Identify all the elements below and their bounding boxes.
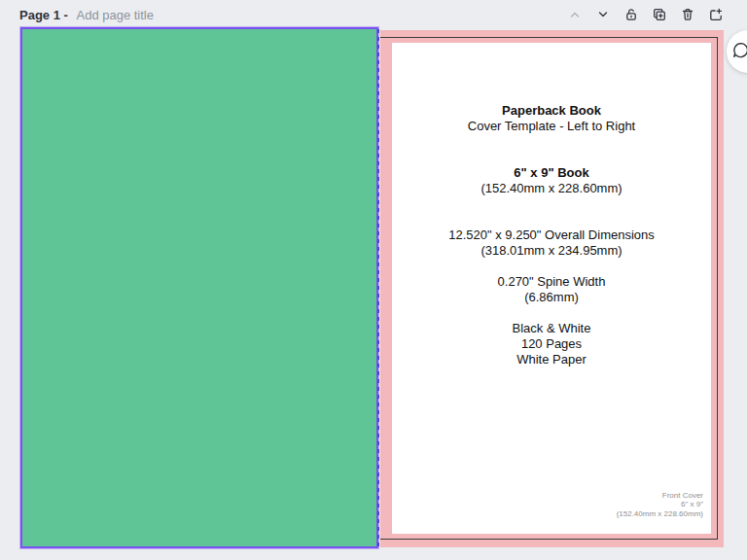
print-specs-block: Black & White 120 Pages White Paper	[392, 321, 711, 368]
lock-page-button[interactable]	[620, 4, 643, 27]
cover-text: Paperback Book Cover Template - Left to …	[392, 103, 711, 368]
cover-title-block: Paperback Book Cover Template - Left to …	[392, 103, 711, 134]
duplicate-page-button[interactable]	[648, 4, 671, 27]
chevron-up-icon	[567, 7, 583, 25]
spine-width-block: 0.270" Spine Width (6.86mm)	[392, 274, 711, 305]
page-header: Page 1 - Add page title	[19, 8, 154, 23]
delete-page-button[interactable]	[676, 4, 699, 27]
add-page-button[interactable]	[704, 4, 728, 27]
chevron-down-icon	[595, 7, 611, 25]
overall-dimensions-block: 12.520" x 9.250" Overall Dimensions (318…	[392, 228, 711, 259]
trash-icon	[680, 7, 695, 25]
green-rectangle-fill	[22, 29, 376, 546]
comment-icon	[731, 41, 747, 62]
lock-icon	[623, 7, 639, 25]
page-number-label: Page 1 -	[19, 8, 68, 22]
page-toolbar	[563, 4, 728, 27]
book-size-block: 6" x 9" Book (152.40mm x 228.60mm)	[392, 165, 711, 196]
cover-title: Paperback Book	[392, 103, 711, 119]
add-page-icon	[708, 7, 724, 25]
cover-template-image[interactable]: Paperback Book Cover Template - Left to …	[380, 30, 724, 547]
cover-subtitle: Cover Template - Left to Right	[392, 119, 711, 134]
move-page-up-button[interactable]	[563, 4, 587, 27]
duplicate-icon	[652, 7, 667, 25]
green-rectangle-element[interactable]	[20, 27, 378, 548]
move-page-down-button[interactable]	[591, 4, 615, 27]
page-title-input[interactable]: Add page title	[76, 8, 154, 22]
dashed-guide-line	[377, 29, 379, 547]
front-cover-label: Front Cover 6" x 9" (152.40mm x 228.60mm…	[617, 491, 703, 519]
front-cover-page: Paperback Book Cover Template - Left to …	[392, 43, 711, 534]
comment-button[interactable]	[727, 30, 747, 73]
